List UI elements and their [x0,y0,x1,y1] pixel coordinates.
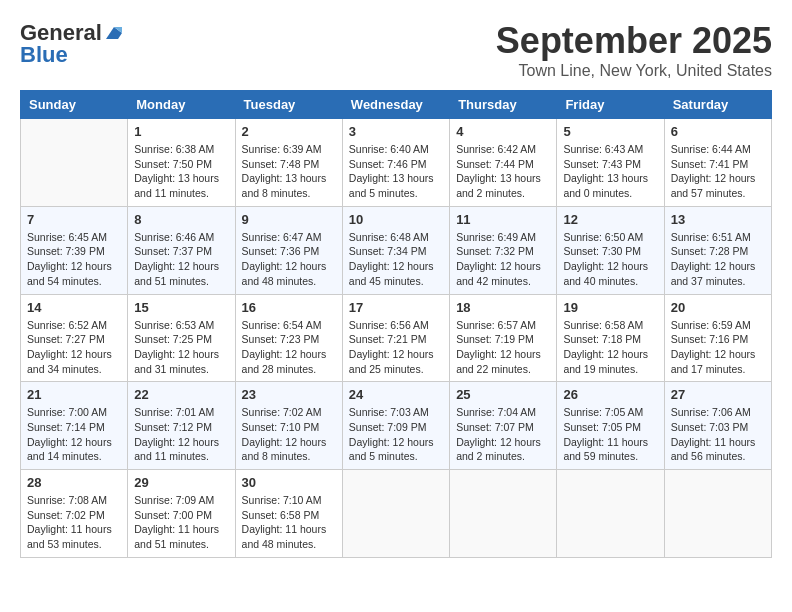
day-number: 16 [242,300,336,315]
calendar-cell: 3Sunrise: 6:40 AM Sunset: 7:46 PM Daylig… [342,119,449,207]
calendar-cell: 6Sunrise: 6:44 AM Sunset: 7:41 PM Daylig… [664,119,771,207]
cell-info: Sunrise: 6:54 AM Sunset: 7:23 PM Dayligh… [242,318,336,377]
day-number: 11 [456,212,550,227]
calendar-cell: 17Sunrise: 6:56 AM Sunset: 7:21 PM Dayli… [342,294,449,382]
cell-info: Sunrise: 6:50 AM Sunset: 7:30 PM Dayligh… [563,230,657,289]
day-number: 21 [27,387,121,402]
day-number: 2 [242,124,336,139]
location-title: Town Line, New York, United States [496,62,772,80]
day-number: 29 [134,475,228,490]
cell-info: Sunrise: 6:58 AM Sunset: 7:18 PM Dayligh… [563,318,657,377]
cell-info: Sunrise: 7:03 AM Sunset: 7:09 PM Dayligh… [349,405,443,464]
cell-info: Sunrise: 7:08 AM Sunset: 7:02 PM Dayligh… [27,493,121,552]
cell-info: Sunrise: 6:42 AM Sunset: 7:44 PM Dayligh… [456,142,550,201]
cell-info: Sunrise: 6:44 AM Sunset: 7:41 PM Dayligh… [671,142,765,201]
calendar-cell: 21Sunrise: 7:00 AM Sunset: 7:14 PM Dayli… [21,382,128,470]
day-number: 12 [563,212,657,227]
logo-blue: Blue [20,42,68,68]
weekday-header: Saturday [664,91,771,119]
day-number: 3 [349,124,443,139]
calendar-cell: 11Sunrise: 6:49 AM Sunset: 7:32 PM Dayli… [450,206,557,294]
cell-info: Sunrise: 7:02 AM Sunset: 7:10 PM Dayligh… [242,405,336,464]
day-number: 27 [671,387,765,402]
weekday-header: Monday [128,91,235,119]
day-number: 4 [456,124,550,139]
calendar-header-row: SundayMondayTuesdayWednesdayThursdayFrid… [21,91,772,119]
cell-info: Sunrise: 6:59 AM Sunset: 7:16 PM Dayligh… [671,318,765,377]
day-number: 18 [456,300,550,315]
cell-info: Sunrise: 6:38 AM Sunset: 7:50 PM Dayligh… [134,142,228,201]
calendar-week-row: 1Sunrise: 6:38 AM Sunset: 7:50 PM Daylig… [21,119,772,207]
weekday-header: Friday [557,91,664,119]
cell-info: Sunrise: 6:47 AM Sunset: 7:36 PM Dayligh… [242,230,336,289]
calendar-cell: 26Sunrise: 7:05 AM Sunset: 7:05 PM Dayli… [557,382,664,470]
day-number: 19 [563,300,657,315]
day-number: 13 [671,212,765,227]
weekday-header: Wednesday [342,91,449,119]
calendar-cell: 13Sunrise: 6:51 AM Sunset: 7:28 PM Dayli… [664,206,771,294]
cell-info: Sunrise: 7:09 AM Sunset: 7:00 PM Dayligh… [134,493,228,552]
calendar-cell: 2Sunrise: 6:39 AM Sunset: 7:48 PM Daylig… [235,119,342,207]
cell-info: Sunrise: 6:49 AM Sunset: 7:32 PM Dayligh… [456,230,550,289]
cell-info: Sunrise: 6:46 AM Sunset: 7:37 PM Dayligh… [134,230,228,289]
header: General Blue September 2025 Town Line, N… [20,20,772,80]
calendar-week-row: 28Sunrise: 7:08 AM Sunset: 7:02 PM Dayli… [21,470,772,558]
calendar-cell: 14Sunrise: 6:52 AM Sunset: 7:27 PM Dayli… [21,294,128,382]
cell-info: Sunrise: 6:40 AM Sunset: 7:46 PM Dayligh… [349,142,443,201]
day-number: 17 [349,300,443,315]
cell-info: Sunrise: 6:48 AM Sunset: 7:34 PM Dayligh… [349,230,443,289]
weekday-header: Sunday [21,91,128,119]
calendar-cell: 27Sunrise: 7:06 AM Sunset: 7:03 PM Dayli… [664,382,771,470]
calendar-cell [450,470,557,558]
cell-info: Sunrise: 6:51 AM Sunset: 7:28 PM Dayligh… [671,230,765,289]
calendar-week-row: 7Sunrise: 6:45 AM Sunset: 7:39 PM Daylig… [21,206,772,294]
cell-info: Sunrise: 7:01 AM Sunset: 7:12 PM Dayligh… [134,405,228,464]
calendar-cell: 16Sunrise: 6:54 AM Sunset: 7:23 PM Dayli… [235,294,342,382]
calendar-cell: 12Sunrise: 6:50 AM Sunset: 7:30 PM Dayli… [557,206,664,294]
cell-info: Sunrise: 7:06 AM Sunset: 7:03 PM Dayligh… [671,405,765,464]
day-number: 9 [242,212,336,227]
day-number: 23 [242,387,336,402]
cell-info: Sunrise: 7:04 AM Sunset: 7:07 PM Dayligh… [456,405,550,464]
calendar-cell: 30Sunrise: 7:10 AM Sunset: 6:58 PM Dayli… [235,470,342,558]
day-number: 26 [563,387,657,402]
cell-info: Sunrise: 6:43 AM Sunset: 7:43 PM Dayligh… [563,142,657,201]
day-number: 14 [27,300,121,315]
day-number: 28 [27,475,121,490]
calendar-cell: 22Sunrise: 7:01 AM Sunset: 7:12 PM Dayli… [128,382,235,470]
calendar-cell: 7Sunrise: 6:45 AM Sunset: 7:39 PM Daylig… [21,206,128,294]
logo-icon [104,25,124,41]
day-number: 8 [134,212,228,227]
day-number: 6 [671,124,765,139]
calendar-week-row: 14Sunrise: 6:52 AM Sunset: 7:27 PM Dayli… [21,294,772,382]
calendar-cell: 15Sunrise: 6:53 AM Sunset: 7:25 PM Dayli… [128,294,235,382]
calendar-cell [342,470,449,558]
day-number: 5 [563,124,657,139]
cell-info: Sunrise: 7:10 AM Sunset: 6:58 PM Dayligh… [242,493,336,552]
cell-info: Sunrise: 7:00 AM Sunset: 7:14 PM Dayligh… [27,405,121,464]
cell-info: Sunrise: 6:53 AM Sunset: 7:25 PM Dayligh… [134,318,228,377]
day-number: 20 [671,300,765,315]
cell-info: Sunrise: 7:05 AM Sunset: 7:05 PM Dayligh… [563,405,657,464]
calendar-cell: 28Sunrise: 7:08 AM Sunset: 7:02 PM Dayli… [21,470,128,558]
day-number: 22 [134,387,228,402]
logo: General Blue [20,20,124,68]
calendar-cell: 25Sunrise: 7:04 AM Sunset: 7:07 PM Dayli… [450,382,557,470]
calendar-table: SundayMondayTuesdayWednesdayThursdayFrid… [20,90,772,558]
cell-info: Sunrise: 6:39 AM Sunset: 7:48 PM Dayligh… [242,142,336,201]
calendar-cell: 18Sunrise: 6:57 AM Sunset: 7:19 PM Dayli… [450,294,557,382]
day-number: 7 [27,212,121,227]
calendar-cell [557,470,664,558]
day-number: 25 [456,387,550,402]
calendar-cell: 8Sunrise: 6:46 AM Sunset: 7:37 PM Daylig… [128,206,235,294]
day-number: 1 [134,124,228,139]
weekday-header: Tuesday [235,91,342,119]
calendar-cell: 10Sunrise: 6:48 AM Sunset: 7:34 PM Dayli… [342,206,449,294]
cell-info: Sunrise: 6:45 AM Sunset: 7:39 PM Dayligh… [27,230,121,289]
day-number: 15 [134,300,228,315]
day-number: 30 [242,475,336,490]
calendar-cell: 5Sunrise: 6:43 AM Sunset: 7:43 PM Daylig… [557,119,664,207]
calendar-cell: 29Sunrise: 7:09 AM Sunset: 7:00 PM Dayli… [128,470,235,558]
day-number: 10 [349,212,443,227]
calendar-cell [664,470,771,558]
